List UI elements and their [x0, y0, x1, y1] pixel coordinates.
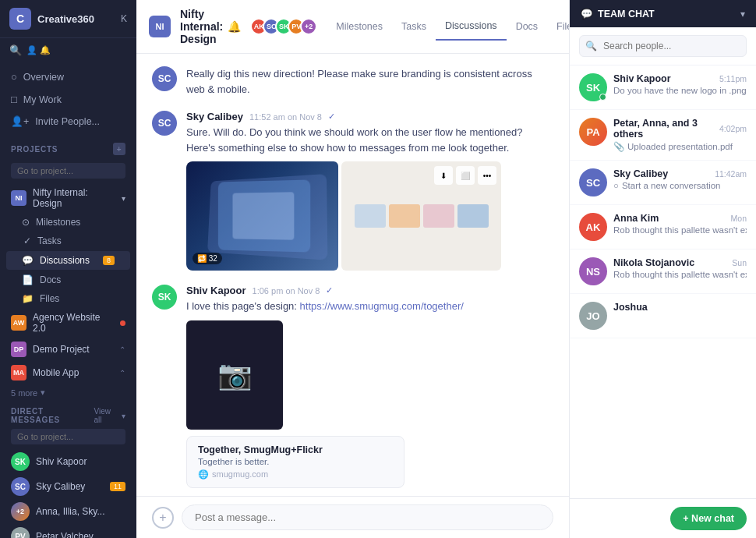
- chat-item-joshua[interactable]: JO Joshua: [570, 294, 756, 338]
- chat-item-content-shiv: Shiv Kapoor 5:11pm Do you have the new l…: [613, 73, 747, 95]
- attachment-icon: 📎: [613, 141, 624, 152]
- aw-label: Agency Website 2.0: [33, 312, 114, 334]
- discussions-badge: 8: [103, 256, 115, 265]
- chat-time-nikola: Sun: [732, 258, 747, 267]
- msg1-avatar: SC: [152, 66, 177, 91]
- project-item-dp[interactable]: DP Demo Project ⌃: [0, 338, 136, 361]
- sky-badge: 11: [110, 482, 125, 491]
- search-icon: 🔍: [585, 41, 597, 51]
- sidebar-item-mywork[interactable]: □ My Work: [0, 88, 136, 111]
- docs-label: Docs: [40, 274, 61, 285]
- overview-icon: ○: [11, 71, 17, 83]
- sidebar-item-files[interactable]: 📁 Files: [0, 289, 136, 308]
- sidebar-header: C Creative360 K: [0, 0, 136, 38]
- dm-search-input[interactable]: [11, 429, 125, 444]
- chat-item-group[interactable]: PA Petar, Anna, and 3 others 4:02pm 📎 Up…: [570, 110, 756, 161]
- files-icon: 📁: [22, 293, 34, 304]
- milestones-icon: ⊙: [22, 217, 30, 228]
- image-toolbar: ⬇ ⬜ •••: [434, 166, 496, 185]
- project-search-input[interactable]: [11, 163, 125, 179]
- msg2-check: ✓: [328, 111, 335, 122]
- sidebar-item-docs[interactable]: 📄 Docs: [0, 271, 136, 289]
- project-item-ni[interactable]: NI Nifty Internal: Design ▾: [0, 183, 136, 213]
- nav-tabs: Milestones Tasks Discussions Docs Files: [327, 12, 586, 41]
- sidebar-item-overview[interactable]: ○ Overview: [0, 65, 136, 88]
- attach-button[interactable]: +: [152, 507, 174, 529]
- ni-avatar: NI: [11, 190, 26, 206]
- more-icon[interactable]: •••: [478, 166, 496, 185]
- msg3-time: 1:06 pm on Nov 8: [253, 286, 320, 296]
- photo-dark-bg[interactable]: 📷: [186, 320, 283, 430]
- bell-icon: 🔔: [228, 20, 241, 33]
- chat-item-shiv[interactable]: SK Shiv Kapoor 5:11pm Do you have the ne…: [570, 65, 756, 110]
- sidebar-item-milestones[interactable]: ⊙ Milestones: [0, 213, 136, 232]
- sidebar-item-discussions[interactable]: 💬 Discussions 8: [6, 251, 130, 270]
- chat-icon: 💬: [581, 8, 593, 19]
- message-row: SC Sky Calibey 11:52 am on Nov 8 ✓ Sure.…: [152, 111, 553, 271]
- view-all-link[interactable]: View all ▾: [94, 407, 125, 424]
- dm-item-petar[interactable]: PV Petar Valchev: [11, 524, 125, 538]
- milestones-label: Milestones: [36, 217, 80, 228]
- chat-avatar-nikola: NS: [579, 257, 607, 285]
- dm-item-group[interactable]: +2 Anna, Illia, Sky...: [11, 499, 125, 524]
- new-chat-button[interactable]: + New chat: [670, 507, 747, 530]
- chat-item-content-joshua: Joshua: [613, 302, 747, 314]
- tab-tasks[interactable]: Tasks: [392, 12, 436, 41]
- link-icon: 🌐: [198, 469, 209, 480]
- invite-icon: 👤+: [11, 115, 29, 127]
- dm-item-shiv[interactable]: SK Shiv Kapoor: [11, 449, 125, 474]
- project-item-ma[interactable]: MA Mobile App ⌃: [0, 361, 136, 384]
- chat-item-content-group: Petar, Anna, and 3 others 4:02pm 📎 Uploa…: [613, 118, 747, 152]
- logo-text: Creative360: [37, 13, 94, 25]
- chat-item-sky[interactable]: SC Sky Calibey 11:42am ○ Start a new con…: [570, 161, 756, 205]
- chat-preview-anna: Rob thought this pallette wasn't exactly…: [613, 225, 747, 235]
- sidebar-nav: ○ Overview □ My Work 👤+ Invite People...: [0, 62, 136, 135]
- download-icon[interactable]: ⬇: [434, 166, 453, 185]
- design-image-1[interactable]: 🔁 32: [186, 161, 338, 271]
- message-input[interactable]: [182, 504, 553, 530]
- msg2-time: 11:52 am on Nov 8: [249, 112, 322, 122]
- chat-item-header: Sky Calibey 11:42am: [613, 168, 747, 179]
- link-card[interactable]: Together, SmugMug+Flickr Together is bet…: [186, 436, 404, 488]
- tab-docs[interactable]: Docs: [507, 12, 547, 41]
- chat-preview-group: 📎 Uploaded presentation.pdf: [613, 141, 747, 152]
- sky-avatar: SC: [11, 477, 30, 496]
- message-input-row: +: [136, 496, 569, 538]
- chat-name-shiv: Shiv Kapoor: [613, 73, 671, 84]
- sidebar-item-tasks[interactable]: ✓ Tasks: [0, 232, 136, 250]
- chat-name-sky: Sky Calibey: [613, 168, 668, 179]
- smugmug-link[interactable]: https://www.smugmug.com/together/: [300, 300, 464, 312]
- tab-discussions[interactable]: Discussions: [436, 12, 507, 41]
- tab-milestones[interactable]: Milestones: [327, 12, 392, 41]
- project-item-aw[interactable]: AW Agency Website 2.0: [0, 308, 136, 338]
- collapse-button[interactable]: K: [121, 13, 127, 24]
- chat-time-group: 4:02pm: [719, 124, 747, 133]
- chat-avatar-group: PA: [579, 118, 607, 146]
- chat-item-anna[interactable]: AK Anna Kim Mon Rob thought this pallett…: [570, 205, 756, 250]
- sidebar: C Creative360 K 🔍 👤 🔔 ○ Overview □ My Wo…: [0, 0, 136, 538]
- people-search-input[interactable]: [579, 35, 747, 57]
- mywork-icon: □: [11, 94, 17, 105]
- main-content: NI Nifty Internal: Design 🔔 AK SC SK PV …: [136, 0, 569, 538]
- sidebar-item-invite[interactable]: 👤+ Invite People...: [0, 111, 136, 132]
- chat-item-nikola[interactable]: NS Nikola Stojanovic Sun Rob thought thi…: [570, 250, 756, 294]
- team-chat-chevron[interactable]: ▾: [740, 9, 745, 19]
- aw-dot: [120, 320, 125, 326]
- ni-chevron: ▾: [122, 194, 125, 203]
- petar-name: Petar Valchev: [36, 531, 94, 538]
- chat-avatar-sky: SC: [579, 168, 607, 196]
- msg3-photo: 📷: [186, 320, 553, 430]
- image-count: 🔁 32: [193, 253, 222, 264]
- chat-time-shiv: 5:11pm: [719, 74, 747, 83]
- more-projects-link[interactable]: 5 more ▾: [0, 384, 136, 401]
- header-project-avatar: NI: [149, 16, 171, 37]
- sidebar-logo[interactable]: C Creative360: [9, 8, 94, 30]
- dm-item-sky[interactable]: SC Sky Calibey 11: [11, 474, 125, 499]
- chat-avatar-anna: AK: [579, 213, 607, 241]
- message-row: SC Really dig this new direction! Please…: [152, 66, 553, 97]
- add-project-button[interactable]: +: [113, 143, 125, 155]
- share-icon[interactable]: ⬜: [456, 166, 475, 185]
- design-image-2[interactable]: ⬇ ⬜ •••: [341, 161, 501, 271]
- ni-label: Nifty Internal: Design: [33, 187, 115, 209]
- chat-name-group: Petar, Anna, and 3 others: [613, 118, 719, 140]
